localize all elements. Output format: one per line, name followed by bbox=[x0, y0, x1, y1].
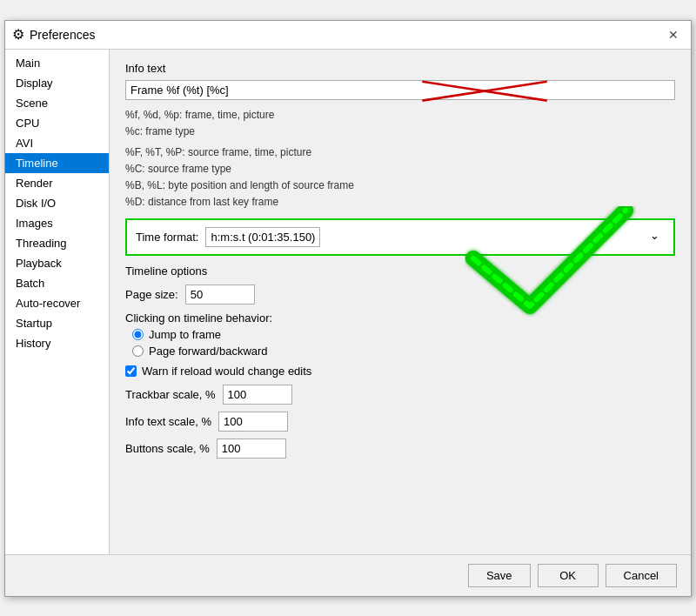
close-button[interactable]: ✕ bbox=[663, 26, 684, 44]
hint-6: %D: distance from last key frame bbox=[125, 194, 675, 210]
sidebar-item-render[interactable]: Render bbox=[5, 173, 109, 193]
trackbar-scale-input[interactable] bbox=[223, 385, 292, 405]
hint-2: %c: frame type bbox=[125, 124, 675, 139]
hint-1: %f, %d, %p: frame, time, picture bbox=[125, 107, 675, 123]
sidebar-item-batch[interactable]: Batch bbox=[5, 273, 109, 293]
radio-page-forward[interactable]: Page forward/backward bbox=[132, 345, 675, 358]
warn-reload-label: Warn if reload would change edits bbox=[142, 365, 311, 378]
warn-reload-row[interactable]: Warn if reload would change edits bbox=[125, 365, 675, 378]
info-text-scale-label: Info text scale, % bbox=[125, 415, 211, 428]
info-text-section-title: Info text bbox=[125, 62, 675, 75]
sidebar-item-main[interactable]: Main bbox=[5, 53, 109, 73]
buttons-scale-row: Buttons scale, % bbox=[125, 439, 675, 459]
sidebar-item-autorecover[interactable]: Auto-recover bbox=[5, 293, 109, 313]
hint-5: %B, %L: byte position and length of sour… bbox=[125, 177, 675, 193]
info-text-input-wrapper bbox=[125, 80, 675, 104]
cancel-button[interactable]: Cancel bbox=[606, 564, 677, 587]
hint-4: %C: source frame type bbox=[125, 161, 675, 177]
buttons-scale-label: Buttons scale, % bbox=[125, 442, 210, 455]
radio-group-timeline: Jump to frame Page forward/backward bbox=[132, 328, 675, 358]
time-format-label: Time format: bbox=[136, 231, 198, 244]
title-bar: ⚙ Preferences ✕ bbox=[5, 21, 691, 50]
content-area: Info text %f, %d, %p: frame, time, pictu… bbox=[110, 50, 691, 554]
time-format-select-wrapper: h:m:s.t (0:01:35.150) h:m:s:f (0:01:35:0… bbox=[205, 227, 665, 247]
save-button[interactable]: Save bbox=[468, 564, 531, 587]
warn-reload-checkbox[interactable] bbox=[125, 365, 137, 377]
buttons-scale-input[interactable] bbox=[217, 439, 286, 459]
radio-jump-input[interactable] bbox=[132, 329, 144, 340]
sidebar-item-timeline[interactable]: Timeline bbox=[5, 153, 109, 173]
timeline-options-title: Timeline options bbox=[125, 264, 675, 278]
radio-page-input[interactable] bbox=[132, 345, 144, 357]
time-format-box: Time format: h:m:s.t (0:01:35.150) h:m:s… bbox=[125, 218, 675, 256]
ok-button[interactable]: OK bbox=[538, 564, 599, 587]
sidebar-item-playback[interactable]: Playback bbox=[5, 253, 109, 273]
sidebar-item-cpu[interactable]: CPU bbox=[5, 113, 109, 133]
dialog-title: Preferences bbox=[30, 28, 95, 42]
info-text-scale-row: Info text scale, % bbox=[125, 412, 675, 432]
sidebar-item-startup[interactable]: Startup bbox=[5, 313, 109, 333]
time-format-select[interactable]: h:m:s.t (0:01:35.150) h:m:s:f (0:01:35:0… bbox=[205, 227, 320, 247]
preferences-dialog: ⚙ Preferences ✕ Main Display Scene CPU A… bbox=[4, 20, 692, 597]
page-size-input[interactable] bbox=[185, 285, 255, 305]
trackbar-scale-row: Trackbar scale, % bbox=[125, 385, 675, 405]
clicking-label: Clicking on timeline behavior: bbox=[125, 311, 675, 325]
radio-page-label: Page forward/backward bbox=[149, 345, 268, 358]
sidebar-item-threading[interactable]: Threading bbox=[5, 233, 109, 253]
radio-jump-to-frame[interactable]: Jump to frame bbox=[132, 328, 675, 341]
info-text-scale-input[interactable] bbox=[218, 412, 288, 432]
sidebar-item-scene[interactable]: Scene bbox=[5, 93, 109, 113]
hint-3: %F, %T, %P: source frame, time, picture bbox=[125, 144, 675, 160]
page-size-row: Page size: bbox=[125, 285, 675, 305]
app-icon: ⚙ bbox=[12, 26, 24, 43]
dialog-body: Main Display Scene CPU AVI Timeline Rend… bbox=[5, 50, 691, 554]
sidebar-item-images[interactable]: Images bbox=[5, 213, 109, 233]
sidebar-item-history[interactable]: History bbox=[5, 333, 109, 353]
page-size-label: Page size: bbox=[125, 288, 178, 301]
sidebar-item-display[interactable]: Display bbox=[5, 73, 109, 93]
sidebar: Main Display Scene CPU AVI Timeline Rend… bbox=[5, 50, 110, 554]
radio-jump-label: Jump to frame bbox=[149, 328, 221, 341]
info-text-input[interactable] bbox=[125, 80, 675, 100]
footer: Save OK Cancel bbox=[5, 554, 691, 596]
trackbar-scale-label: Trackbar scale, % bbox=[125, 388, 216, 401]
sidebar-item-avi[interactable]: AVI bbox=[5, 133, 109, 153]
sidebar-item-diskio[interactable]: Disk I/O bbox=[5, 193, 109, 213]
